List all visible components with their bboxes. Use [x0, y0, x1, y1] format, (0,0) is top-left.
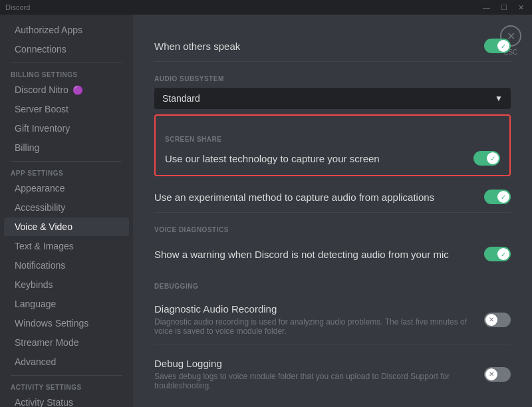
- nitro-icon: 🟣: [72, 85, 83, 95]
- toggle-knob-2: ✓: [487, 152, 499, 164]
- experimental-audio-row: Use an experimental method to capture au…: [154, 182, 511, 213]
- titlebar-title: Discord: [5, 3, 30, 11]
- sidebar-divider-2: [11, 161, 122, 162]
- debugging-header: DEBUGGING: [154, 283, 511, 290]
- sidebar-item-voice-video[interactable]: Voice & Video: [4, 217, 129, 236]
- screen-share-row: Use our latest technology to capture you…: [165, 148, 500, 168]
- sidebar-item-server-boost[interactable]: Server Boost: [4, 100, 129, 118]
- toggle-knob-3: ✓: [497, 191, 509, 203]
- diagnostic-recording-toggle[interactable]: ✕: [484, 313, 511, 327]
- experimental-audio-toggle[interactable]: ✓: [484, 190, 511, 204]
- when-others-speak-label: When others speak: [154, 41, 484, 52]
- maximize-button[interactable]: ☐: [498, 3, 510, 12]
- chevron-down-icon: ▼: [495, 94, 503, 103]
- sidebar-item-connections[interactable]: Connections: [4, 40, 129, 59]
- x-icon-1: ✕: [489, 316, 494, 323]
- check-icon-2: ✓: [490, 155, 495, 162]
- diagnostic-recording-desc: Diagnostic audio recording is used for a…: [154, 317, 473, 336]
- voice-diagnostics-header: VOICE DIAGNOSTICS: [154, 226, 511, 233]
- toggle-knob: ✓: [497, 40, 509, 52]
- screen-share-box: SCREEN SHARE Use our latest technology t…: [154, 114, 511, 176]
- content-area: ✕ ESC When others speak ✓ AUDIO SUBSYSTE…: [133, 15, 532, 407]
- sidebar-divider-1: [11, 63, 122, 63]
- check-icon-3: ✓: [501, 194, 506, 201]
- sidebar-item-accessibility[interactable]: Accessibility: [4, 198, 129, 217]
- toggle-knob-4: ✓: [497, 248, 509, 260]
- screen-share-header: SCREEN SHARE: [165, 136, 500, 143]
- voice-diagnostics-label: Show a warning when Discord is not detec…: [154, 249, 484, 260]
- voice-diagnostics-row: Show a warning when Discord is not detec…: [154, 239, 511, 269]
- sidebar-divider-3: [11, 375, 122, 376]
- app-settings-label: APP SETTINGS: [0, 167, 133, 178]
- sidebar-item-discord-nitro[interactable]: Discord Nitro 🟣: [4, 80, 129, 99]
- when-others-speak-toggle[interactable]: ✓: [484, 39, 511, 53]
- debug-logging-row: Debug Logging Saves debug logs to voice …: [154, 350, 511, 398]
- debug-logging-desc: Saves debug logs to voice module folder …: [154, 372, 473, 390]
- sidebar-item-windows-settings[interactable]: Windows Settings: [4, 314, 129, 333]
- diagnostic-recording-text: Diagnostic Audio Recording Diagnostic au…: [154, 303, 473, 336]
- sidebar-item-gift-inventory[interactable]: Gift Inventory: [4, 119, 129, 138]
- audio-subsystem-dropdown[interactable]: Standard ▼: [154, 88, 511, 109]
- diagnostic-recording-label: Diagnostic Audio Recording: [154, 303, 473, 315]
- audio-subsystem-section: AUDIO SUBSYSTEM Standard ▼: [154, 75, 511, 109]
- debug-logging-text: Debug Logging Saves debug logs to voice …: [154, 358, 473, 390]
- audio-subsystem-header: AUDIO SUBSYSTEM: [154, 75, 511, 82]
- voice-diagnostics-toggle[interactable]: ✓: [484, 247, 511, 261]
- billing-settings-label: BILLING SETTINGS: [0, 68, 133, 80]
- titlebar-controls: — ☐ ✕: [480, 3, 527, 12]
- sidebar-item-activity-status[interactable]: Activity Status: [4, 393, 129, 407]
- sidebar-item-billing[interactable]: Billing: [4, 138, 129, 157]
- sidebar: Authorized Apps Connections BILLING SETT…: [0, 15, 133, 407]
- debug-logging-label: Debug Logging: [154, 358, 473, 369]
- minimize-button[interactable]: —: [480, 3, 493, 12]
- app-body: Authorized Apps Connections BILLING SETT…: [0, 15, 532, 407]
- sidebar-item-advanced[interactable]: Advanced: [4, 352, 129, 371]
- debugging-section: DEBUGGING Diagnostic Audio Recording Dia…: [154, 283, 511, 398]
- when-others-speak-row: When others speak ✓: [154, 31, 511, 62]
- content-inner: When others speak ✓ AUDIO SUBSYSTEM Stan…: [154, 31, 511, 398]
- x-icon-2: ✕: [489, 370, 494, 378]
- sidebar-item-language[interactable]: Language: [4, 295, 129, 313]
- sidebar-item-text-images[interactable]: Text & Images: [4, 237, 129, 255]
- screen-share-toggle[interactable]: ✓: [473, 151, 500, 166]
- diagnostic-recording-row: Diagnostic Audio Recording Diagnostic au…: [154, 295, 511, 344]
- titlebar: Discord — ☐ ✕: [0, 0, 532, 15]
- activity-settings-label: ACTIVITY SETTINGS: [0, 381, 133, 392]
- sidebar-item-notifications[interactable]: Notifications: [4, 256, 129, 275]
- check-icon: ✓: [501, 43, 506, 50]
- sidebar-item-keybinds[interactable]: Keybinds: [4, 275, 129, 294]
- debug-logging-toggle[interactable]: ✕: [484, 367, 511, 382]
- dropdown-value: Standard: [162, 93, 200, 104]
- sidebar-item-authorized-apps[interactable]: Authorized Apps: [4, 21, 129, 39]
- close-button[interactable]: ✕: [515, 3, 527, 12]
- voice-diagnostics-section: VOICE DIAGNOSTICS Show a warning when Di…: [154, 226, 511, 269]
- check-icon-4: ✓: [501, 251, 506, 258]
- screen-share-label: Use our latest technology to capture you…: [165, 153, 473, 164]
- sidebar-item-appearance[interactable]: Appearance: [4, 179, 129, 198]
- toggle-knob-5: ✕: [485, 314, 497, 326]
- sidebar-item-streamer-mode[interactable]: Streamer Mode: [4, 333, 129, 352]
- toggle-knob-6: ✕: [485, 368, 497, 380]
- experimental-audio-label: Use an experimental method to capture au…: [154, 192, 484, 203]
